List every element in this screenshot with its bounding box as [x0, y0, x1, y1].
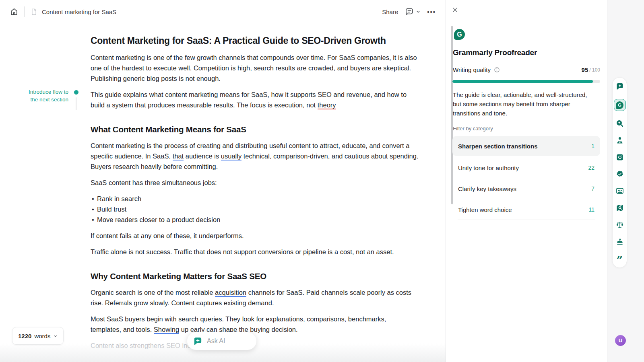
document-area: Content marketing for SaaS Share ••• Int… — [0, 0, 446, 362]
doc-heading-2: What Content Marketing Means for SaaS — [91, 124, 419, 135]
category-label: Unify tone for authority — [458, 165, 519, 171]
document-title: Content marketing for SaaS — [42, 8, 116, 15]
topbar-actions: Share ••• — [382, 7, 436, 16]
comment-anchor-line — [76, 97, 76, 110]
category-item[interactable]: Tighten word choice 11 — [452, 199, 600, 220]
category-label: Sharpen section transitions — [458, 143, 538, 150]
category-list: Sharpen section transitions 1 Unify tone… — [452, 136, 600, 220]
chevron-down-icon — [53, 334, 58, 338]
grammarly-panel: G Grammarly Proofreader Writing quality … — [446, 0, 607, 362]
app-window: Content marketing for SaaS Share ••• Int… — [0, 0, 644, 362]
doc-bullet-list: Rank in search Build trust Move readers … — [91, 193, 419, 225]
blue-underlined-word[interactable]: Showing — [154, 326, 179, 334]
chevron-down-icon — [416, 9, 421, 14]
red-underlined-word[interactable]: theory — [318, 101, 336, 109]
comment-icon — [405, 7, 414, 16]
more-options-button[interactable]: ••• — [427, 8, 436, 15]
comment-dot-icon[interactable] — [74, 90, 78, 95]
home-icon — [10, 7, 19, 16]
ask-ai-input[interactable]: Ask AI — [187, 332, 256, 350]
writing-quality-row: Writing quality 95 / 100 — [453, 66, 600, 73]
close-panel-button[interactable] — [452, 6, 458, 14]
doc-paragraph: This guide explains what content marketi… — [91, 89, 419, 110]
doc-heading-1: Content Marketing for SaaS: A Practical … — [91, 35, 419, 47]
rotate-square-icon[interactable] — [615, 153, 624, 162]
word-count-unit: words — [34, 333, 50, 339]
doc-paragraph: Organic search is one of the most reliab… — [91, 287, 419, 308]
quote-glyph: ” — [617, 259, 623, 263]
doc-paragraph: Traffic alone is not success. Traffic th… — [91, 247, 419, 257]
blue-underlined-word[interactable]: that — [173, 152, 184, 160]
writing-quality-label: Writing quality — [453, 66, 491, 73]
person-heart-icon[interactable] — [615, 136, 624, 145]
ask-ai-placeholder: Ask AI — [207, 337, 225, 345]
stamp-icon[interactable] — [615, 237, 624, 246]
document-icon — [30, 8, 38, 16]
doc-paragraph: Content marketing is one of the few grow… — [91, 52, 419, 84]
close-icon — [452, 6, 458, 13]
ask-ai-chat-icon[interactable] — [615, 82, 624, 91]
doc-paragraph: Content marketing is the process of crea… — [91, 140, 419, 172]
panel-title: Grammarly Proofreader — [453, 48, 537, 57]
blue-underlined-word[interactable]: usually — [221, 152, 242, 160]
topbar-divider — [24, 6, 25, 17]
home-button[interactable] — [10, 7, 19, 16]
ask-ai-chat-icon — [193, 337, 202, 346]
quality-progress-track — [452, 80, 600, 83]
word-count-button[interactable]: 1220 words — [12, 327, 64, 345]
list-item: Move readers closer to a product decisio… — [91, 214, 419, 225]
quality-score: 95 — [582, 66, 588, 73]
category-count: 7 — [591, 185, 594, 192]
blue-underlined-word[interactable]: acquisition — [215, 289, 246, 297]
book-magnifier-icon[interactable] — [615, 204, 624, 212]
text-segment: This guide explains what content marketi… — [91, 91, 407, 109]
grammarly-g-icon: G — [616, 101, 623, 109]
category-item[interactable]: Unify tone for authority 22 — [452, 157, 600, 178]
category-label: Tighten word choice — [458, 206, 512, 213]
badge-check-icon[interactable] — [615, 170, 624, 179]
list-item: Rank in search — [91, 193, 419, 204]
doc-paragraph: SaaS content has three simultaneous jobs… — [91, 177, 419, 188]
user-avatar[interactable]: U — [615, 335, 626, 346]
grammarly-proofreader-icon[interactable]: G — [614, 99, 626, 111]
magnifier-sparkle-icon[interactable] — [615, 119, 624, 128]
comments-dropdown-button[interactable] — [405, 7, 421, 16]
apps-toolbar: G — [612, 77, 627, 268]
category-label: Clarify key takeaways — [458, 185, 516, 192]
quality-score-max: / 100 — [589, 67, 600, 73]
margin-comment[interactable]: Introduce flow to the next section — [23, 88, 68, 103]
doc-heading-2: Why Content Marketing Matters for SaaS S… — [91, 271, 419, 282]
list-item: Build trust — [91, 204, 419, 214]
category-item[interactable]: Clarify key takeaways 7 — [452, 178, 600, 199]
filter-by-category-label: Filter by category — [453, 125, 493, 132]
text-segment: audience is — [184, 152, 221, 160]
category-count: 1 — [591, 143, 594, 149]
topbar: Content marketing for SaaS Share ••• — [0, 0, 446, 23]
screen-people-icon[interactable] — [615, 187, 624, 195]
ellipsis-icon: ••• — [427, 8, 436, 15]
document-body: Content Marketing for SaaS: A Practical … — [91, 35, 419, 356]
quality-summary: The guide is clear, actionable, and well… — [453, 90, 597, 118]
grammarly-logo-icon: G — [454, 29, 465, 40]
scale-icon[interactable] — [615, 220, 624, 229]
quotes-icon[interactable]: ” — [615, 254, 624, 263]
category-count: 22 — [588, 165, 594, 171]
info-icon[interactable] — [494, 67, 500, 73]
share-button[interactable]: Share — [382, 8, 398, 15]
category-item-selected[interactable]: Sharpen section transitions 1 — [452, 136, 600, 156]
category-count: 11 — [588, 206, 594, 213]
doc-paragraph: If content fails at any one of these, it… — [91, 230, 419, 241]
quality-bar-fill — [452, 80, 593, 83]
right-rail: G — [607, 0, 644, 362]
doc-paragraph: Most SaaS buyers begin with search queri… — [91, 314, 419, 335]
word-count-value: 1220 — [18, 333, 31, 339]
text-segment: Organic search is one of the most reliab… — [91, 289, 215, 296]
